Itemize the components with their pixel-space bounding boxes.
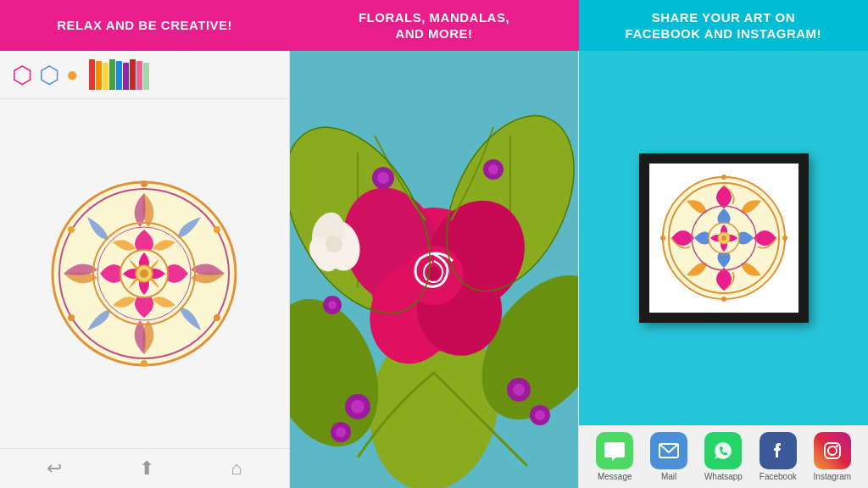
facebook-label: Facebook	[760, 472, 797, 481]
svg-point-58	[782, 236, 787, 241]
svg-point-38	[377, 172, 389, 184]
svg-point-10	[214, 314, 220, 321]
mail-label: Mail	[661, 472, 676, 481]
svg-point-63	[828, 446, 837, 455]
header-panel-1: RELAX AND BE CREATIVE!	[0, 0, 289, 51]
share-item-whatsapp[interactable]: Whatsapp	[704, 432, 743, 481]
header-title-2: FLORALS, MANDALAS,AND MORE!	[359, 9, 509, 42]
share-item-mail[interactable]: Mail	[650, 432, 687, 481]
shape-orange-circle[interactable]: ●	[66, 63, 79, 86]
home-icon[interactable]: ⌂	[231, 458, 242, 480]
frame-inner	[649, 164, 798, 313]
floral-art-svg	[290, 51, 579, 488]
svg-point-40	[488, 164, 498, 175]
undo-icon[interactable]: ↩	[47, 458, 62, 480]
framed-art-container	[579, 51, 868, 425]
messages-icon[interactable]	[596, 432, 633, 469]
art-frame	[639, 153, 809, 323]
svg-point-12	[68, 314, 75, 321]
main-content: ⬡ ⬡ ●	[0, 51, 868, 488]
facebook-icon[interactable]	[760, 432, 797, 469]
svg-point-60	[660, 236, 665, 241]
svg-point-8	[141, 180, 147, 187]
svg-point-11	[141, 360, 147, 367]
header-row: RELAX AND BE CREATIVE! FLORALS, MANDALAS…	[0, 0, 868, 51]
header-panel-2: FLORALS, MANDALAS,AND MORE!	[289, 0, 578, 51]
svg-point-59	[721, 297, 726, 302]
whatsapp-icon[interactable]	[704, 432, 742, 469]
header-panel-3: SHARE YOUR ART ONFACEBOOK AND INSTAGRAM!	[579, 0, 868, 51]
whatsapp-label: Whatsapp	[704, 472, 743, 481]
mandala-svg	[42, 172, 246, 375]
share-options-bar: Message Mail Whatsapp	[579, 425, 868, 488]
messages-label: Message	[598, 472, 632, 481]
svg-point-30	[351, 400, 364, 413]
shape-pink-hex[interactable]: ⬡	[12, 61, 32, 89]
header-title-1: RELAX AND BE CREATIVE!	[57, 17, 232, 34]
svg-point-34	[513, 384, 525, 396]
share-item-messages[interactable]: Message	[596, 432, 633, 481]
panel-floral	[290, 51, 579, 488]
panel-coloring: ⬡ ⬡ ●	[0, 51, 290, 488]
shape-blue-hex[interactable]: ⬡	[39, 61, 59, 89]
mandala-framed-svg	[656, 170, 792, 306]
instagram-label: Instagram	[814, 472, 851, 481]
panel-share: Message Mail Whatsapp	[578, 51, 868, 488]
svg-point-42	[328, 301, 337, 309]
svg-point-9	[214, 226, 220, 233]
svg-point-7	[140, 269, 148, 278]
svg-point-36	[535, 410, 545, 420]
svg-point-46	[326, 236, 342, 252]
share-item-facebook[interactable]: Facebook	[760, 432, 797, 481]
pencil-set	[89, 59, 149, 90]
svg-point-13	[68, 226, 75, 233]
svg-point-64	[836, 445, 838, 447]
header-title-3: SHARE YOUR ART ONFACEBOOK AND INSTAGRAM!	[626, 9, 822, 42]
share-item-instagram[interactable]: Instagram	[814, 432, 851, 481]
svg-point-32	[336, 427, 346, 437]
instagram-icon[interactable]	[814, 432, 851, 469]
svg-point-57	[721, 175, 726, 180]
mail-icon[interactable]	[650, 432, 687, 469]
share-icon[interactable]: ⬆	[139, 458, 154, 480]
mandala-display	[34, 99, 254, 448]
color-toolbar: ⬡ ⬡ ●	[0, 51, 289, 99]
svg-point-56	[721, 236, 726, 241]
bottom-toolbar: ↩ ⬆ ⌂	[0, 448, 289, 488]
